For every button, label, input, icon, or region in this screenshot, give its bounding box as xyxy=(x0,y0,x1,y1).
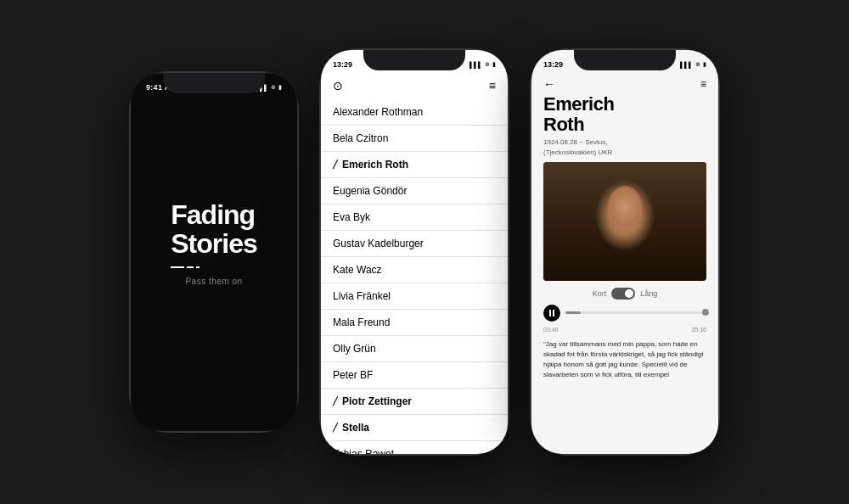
list-item-selected[interactable]: ╱ Stella xyxy=(321,415,508,441)
list-item[interactable]: Livia Fränkel xyxy=(321,283,508,310)
detail-header: Emerich Roth 1924.08.28 ~ Sevlus, (Tjeck… xyxy=(531,91,718,162)
camera-icon[interactable]: ⊙ xyxy=(333,79,343,92)
detail-menu-icon[interactable]: ≡ xyxy=(700,78,706,90)
wifi-icon: ⊕ xyxy=(271,84,276,91)
person-photo xyxy=(543,162,706,281)
person-name: Livia Fränkel xyxy=(333,290,391,302)
notch-3 xyxy=(574,50,676,70)
photo-image xyxy=(543,162,706,281)
list-item[interactable]: Tobias Rawet xyxy=(321,441,508,454)
list-status-icons: ▌▌▌ ⊕ ▮ xyxy=(469,61,496,68)
list-wifi-icon: ⊕ xyxy=(485,61,490,68)
list-toolbar: ⊙ ≡ xyxy=(321,74,508,99)
person-name: Bela Czitron xyxy=(333,132,388,144)
speed-toggle: Kort Lång xyxy=(543,288,706,300)
speed-toggle-track[interactable] xyxy=(611,288,635,300)
person-name: Gustav Kadelburger xyxy=(333,238,424,249)
detail-status-icons: ▌▌▌ ⊕ ▮ xyxy=(680,61,706,68)
app-subtitle: Pass them on xyxy=(171,277,256,286)
checkmark-icon: ╱ xyxy=(333,397,337,406)
deco-bar-1 xyxy=(171,266,184,268)
people-list: Alexander Rothman Bela Czitron ╱ Emerich… xyxy=(321,99,508,454)
progress-dot xyxy=(702,309,709,316)
detail-battery-icon: ▮ xyxy=(703,61,706,68)
person-name: Tobias Rawet xyxy=(333,448,394,454)
list-status-time: 13:29 xyxy=(333,60,352,69)
checkmark-icon: ╱ xyxy=(333,423,337,432)
playback-row xyxy=(543,305,706,322)
person-name: Eugenia Göndör xyxy=(333,185,407,197)
list-item[interactable]: Peter BF xyxy=(321,362,508,389)
phone-splash: 9:41 AM ▌▌▌ ⊕ ▮ Fading Stories Pass them… xyxy=(131,73,297,431)
person-name: Alexander Rothman xyxy=(333,106,423,118)
splash-content: Fading Stories Pass them on xyxy=(171,201,256,303)
deco-bar-3 xyxy=(196,266,200,268)
notch-2 xyxy=(363,50,465,70)
list-item-selected[interactable]: ╱ Emerich Roth xyxy=(321,152,508,178)
pause-button[interactable] xyxy=(543,305,560,322)
progress-fill xyxy=(565,311,581,314)
person-meta: 1924.08.28 ~ Sevlus, (Tjeckoslovakien) U… xyxy=(543,137,706,156)
detail-screen: 13:29 ▌▌▌ ⊕ ▮ ← ≡ Emerich Roth 1924.08.2… xyxy=(531,50,718,454)
phone-list: 13:29 ▌▌▌ ⊕ ▮ ⊙ ≡ Alexander Rothman Bela… xyxy=(321,50,508,454)
app-title: Fading Stories xyxy=(171,201,256,258)
splash-screen: 9:41 AM ▌▌▌ ⊕ ▮ Fading Stories Pass them… xyxy=(131,73,297,431)
quote-text: "Jag var tillsammans med min pappa, som … xyxy=(531,334,718,454)
pause-bar-2 xyxy=(553,310,554,316)
person-name: Olly Grün xyxy=(333,343,376,355)
person-name: Emerich Roth xyxy=(342,159,408,171)
toggle-thumb xyxy=(625,289,633,298)
time-total: 35:16 xyxy=(691,327,706,333)
back-button[interactable]: ← xyxy=(543,77,555,91)
list-signal-icon: ▌▌▌ xyxy=(469,62,482,68)
person-name: Kate Wacz xyxy=(333,264,382,276)
detail-status-time: 13:29 xyxy=(543,60,563,69)
list-item[interactable]: Olly Grün xyxy=(321,336,508,362)
title-decoration xyxy=(171,266,256,268)
person-name: Peter BF xyxy=(333,369,373,381)
list-item[interactable]: Eugenia Göndör xyxy=(321,178,508,204)
person-name: Mala Freund xyxy=(333,316,390,328)
battery-icon: ▮ xyxy=(278,84,282,91)
pause-bar-1 xyxy=(549,310,551,316)
list-item[interactable]: Bela Czitron xyxy=(321,126,508,152)
deco-bar-2 xyxy=(187,266,194,268)
list-battery-icon: ▮ xyxy=(492,61,496,68)
filter-icon[interactable]: ≡ xyxy=(489,79,496,92)
pause-icon xyxy=(549,310,554,316)
phone-detail: 13:29 ▌▌▌ ⊕ ▮ ← ≡ Emerich Roth 1924.08.2… xyxy=(531,50,718,454)
person-name: Stella xyxy=(342,422,369,434)
list-item[interactable]: Alexander Rothman xyxy=(321,99,508,126)
detail-wifi-icon: ⊕ xyxy=(695,61,700,68)
time-labels: 03:48 35:16 xyxy=(531,325,718,334)
list-item[interactable]: Eva Byk xyxy=(321,204,508,231)
detail-nav: ← ≡ xyxy=(531,74,718,91)
speed-long-label: Lång xyxy=(640,289,657,298)
detail-signal-icon: ▌▌▌ xyxy=(680,62,693,68)
person-full-name: Emerich Roth xyxy=(543,94,706,135)
list-item[interactable]: Kate Wacz xyxy=(321,257,508,283)
progress-bar[interactable] xyxy=(565,311,706,314)
speed-short-label: Kort xyxy=(593,289,607,298)
list-item-selected[interactable]: ╱ Piotr Zettinger xyxy=(321,389,508,415)
list-item[interactable]: Gustav Kadelburger xyxy=(321,231,508,257)
audio-controls: Kort Lång xyxy=(531,281,718,325)
list-item[interactable]: Mala Freund xyxy=(321,310,508,336)
person-name: Eva Byk xyxy=(333,211,370,223)
checkmark-icon: ╱ xyxy=(333,160,337,169)
person-name: Piotr Zettinger xyxy=(342,395,412,407)
time-elapsed: 03:48 xyxy=(543,327,559,333)
notch-1 xyxy=(163,73,265,93)
list-screen: 13:29 ▌▌▌ ⊕ ▮ ⊙ ≡ Alexander Rothman Bela… xyxy=(321,50,508,454)
